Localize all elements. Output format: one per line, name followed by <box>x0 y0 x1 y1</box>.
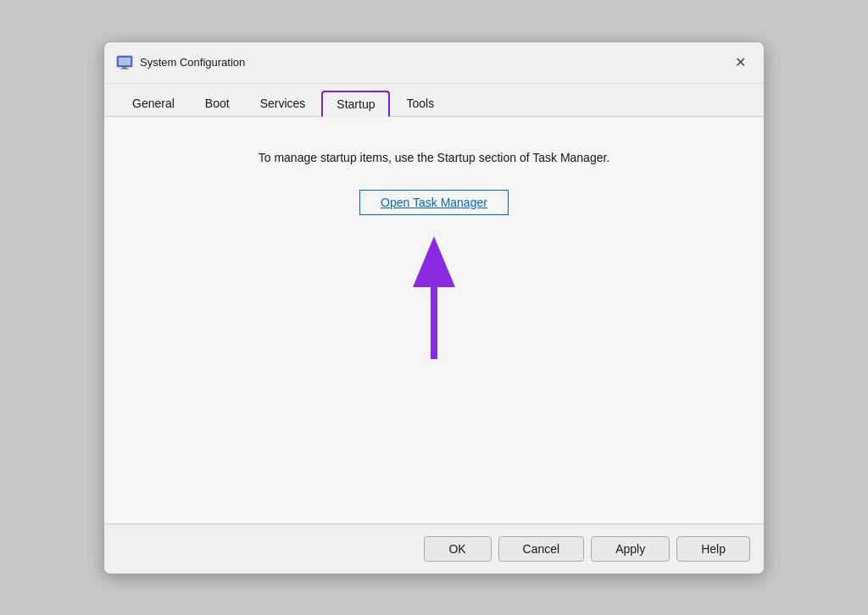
close-button[interactable]: ✕ <box>728 51 752 75</box>
window-icon <box>116 54 133 71</box>
arrow-decoration <box>409 232 459 368</box>
content-area: To manage startup items, use the Startup… <box>104 117 764 524</box>
svg-marker-5 <box>413 236 455 287</box>
window-title: System Configuration <box>140 56 728 69</box>
help-button[interactable]: Help <box>676 536 750 562</box>
tab-general[interactable]: General <box>118 91 189 116</box>
titlebar: System Configuration ✕ <box>104 42 764 84</box>
cancel-button[interactable]: Cancel <box>498 536 585 562</box>
tab-tools[interactable]: Tools <box>392 91 448 116</box>
up-arrow-icon <box>409 232 459 368</box>
tab-boot[interactable]: Boot <box>191 91 244 116</box>
tab-startup[interactable]: Startup <box>321 91 390 117</box>
description-text: To manage startup items, use the Startup… <box>259 151 610 164</box>
apply-button[interactable]: Apply <box>591 536 670 562</box>
footer: OK Cancel Apply Help <box>104 524 764 573</box>
tab-bar: General Boot Services Startup Tools <box>104 84 764 117</box>
svg-rect-3 <box>120 69 129 69</box>
system-configuration-window: System Configuration ✕ General Boot Serv… <box>103 42 765 574</box>
tab-services[interactable]: Services <box>246 91 320 116</box>
ok-button[interactable]: OK <box>424 536 492 562</box>
svg-rect-4 <box>431 283 437 359</box>
open-task-manager-button[interactable]: Open Task Manager <box>359 190 509 215</box>
svg-rect-1 <box>119 58 131 65</box>
svg-rect-2 <box>122 67 127 69</box>
